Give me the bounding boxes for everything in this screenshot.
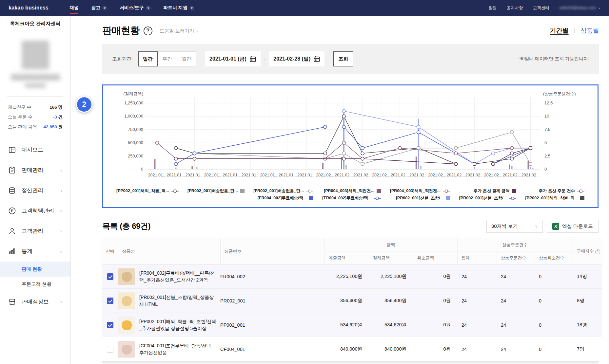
nav-item-help-center[interactable]: 고객센터 <box>533 5 549 11</box>
chevron-down-icon: ∨ <box>60 300 63 304</box>
legend-label: [FR002_001]배송없음_단... <box>253 188 304 194</box>
excel-download-button[interactable]: X 엑셀 다운로드 <box>547 220 599 233</box>
store-profile-image <box>22 41 49 69</box>
nav-item-label: 채널 <box>69 5 79 11</box>
order-total: 24 <box>457 289 497 313</box>
stats-icon <box>8 247 16 256</box>
chevron-down-icon: ∨ <box>535 224 538 228</box>
filter-bar: 조회기간 일간 주간 월간 2021-01-01 (금) - 2021-02-2… <box>102 44 599 74</box>
sidebar-item-대시보드[interactable]: 대시보드 <box>0 140 70 160</box>
sidebar-item-통계[interactable]: 통계∧ <box>0 241 70 262</box>
excel-icon: X <box>552 223 559 230</box>
chevron-down-icon: ∨ <box>60 229 63 233</box>
tab-by-product[interactable]: 상품별 <box>580 27 599 35</box>
nav-item-notifications[interactable]: 알림 <box>489 5 497 11</box>
sidebar-item-label: 정산관리 <box>22 187 43 194</box>
svg-text:(상품주문별건수): (상품주문별건수) <box>543 91 576 96</box>
buyers-help-icon[interactable]: ? <box>595 249 600 254</box>
search-button[interactable]: 조회 <box>333 51 353 66</box>
product-thumbnail <box>118 268 135 285</box>
tab-by-period[interactable]: 기간별 <box>550 27 569 35</box>
sidebar-item-고객관리[interactable]: 고객관리∨ <box>0 221 70 241</box>
period-weekly-button[interactable]: 주간 <box>157 51 177 66</box>
sidebar-subitem-주문고객 현황[interactable]: 주문고객 현황 <box>0 277 70 292</box>
col-order-total: 합계 <box>457 251 497 264</box>
sidebar-item-고객혜택관리[interactable]: P고객혜택관리∨ <box>0 201 70 221</box>
svg-text:5: 5 <box>544 140 547 145</box>
excel-download-label: 엑셀 다운로드 <box>562 223 593 229</box>
buyer-count: 7명 <box>573 337 602 361</box>
date-from-input[interactable]: 2021-01-01 (금) <box>205 51 261 66</box>
sidebar-item-정산관리[interactable]: 정산관리∨ <box>0 180 70 201</box>
legend-square-marker-icon <box>309 196 313 200</box>
legend-label: 추가 옵션 주문 건수 <box>539 188 575 194</box>
svg-text:2021.02...: 2021.02... <box>316 173 334 177</box>
date-to-input[interactable]: 2021-02-28 (일) <box>269 51 324 66</box>
sidebar-item-판매관리[interactable]: 판매관리∨ <box>0 160 70 180</box>
svg-text:2021.02...: 2021.02... <box>335 173 353 177</box>
svg-text:2021.02...: 2021.02... <box>409 173 428 177</box>
admin-center-title: 톡체크아웃 관리자센터 <box>0 16 70 32</box>
sidebar-item-label: 판매관리 <box>22 167 43 174</box>
store-stats: 채널친구 수166 명오늘 주문 수-3 건오늘 판매 금액-42,850 원 <box>0 97 70 135</box>
svg-text:10: 10 <box>544 114 549 118</box>
legend-item: [FR004_002]무료배송/택... <box>258 195 313 201</box>
legend-column: [PR004_003]해외_직접전...[FR004_002]무료배송/택... <box>322 188 381 201</box>
nav-item-notice[interactable]: 공지사항 <box>507 5 523 11</box>
row-checkbox[interactable] <box>107 273 113 280</box>
svg-text:1,000,000: 1,000,000 <box>124 114 143 118</box>
sidebar-subitem-판매 현황[interactable]: 판매 현황 <box>0 262 70 277</box>
filter-label: 조회기간 <box>112 56 132 62</box>
nav-item-channel[interactable]: 채널 <box>69 5 79 11</box>
page-size-select[interactable]: 30개씩 보기 ∨ <box>486 220 543 233</box>
legend-item: 추가 옵션 주문 건수 <box>539 188 584 194</box>
period-monthly-button[interactable]: 월간 <box>177 51 196 66</box>
sales-chart-panel: (결제금액)(상품주문별건수)0250,000500,000750,0001,0… <box>102 84 599 208</box>
legend-item: [PR002_001]선불_조합/... <box>396 195 450 201</box>
col-group-orders: 상품주문건수 <box>457 238 573 251</box>
legend-item: [FR004_002]무료배송/택... <box>322 195 381 201</box>
sidebar-item-판매점정보[interactable]: 판매점정보∨ <box>0 292 70 312</box>
stat-value: -42,850 <box>42 124 57 129</box>
svg-text:2021.02...: 2021.02... <box>465 173 484 177</box>
legend-column: 추가 옵션 주문 건수[PP002_001]해외_착불_퀵... <box>525 188 584 201</box>
account-email: seller93@kakao.com <box>559 6 596 10</box>
row-checkbox[interactable] <box>107 298 113 304</box>
product-thumbnail <box>118 341 135 358</box>
row-checkbox[interactable] <box>107 322 113 328</box>
page-title: 판매현황 <box>102 24 140 37</box>
svg-text:2021.01...: 2021.01... <box>223 173 241 177</box>
store-profile-sub <box>25 83 46 88</box>
help-link[interactable]: 도움말 보러가기 <box>160 28 194 34</box>
settlement-icon <box>8 186 16 195</box>
nav-item-ads[interactable]: 광고 ∨ <box>91 5 107 11</box>
cancel-amount: 0원 <box>413 289 457 313</box>
svg-text:2021.02...: 2021.02... <box>521 173 540 177</box>
chart-legend: [PP002_001]해외_착불_퀵...[FR002_001]배송없음_단..… <box>108 187 593 205</box>
svg-text:2021.02...: 2021.02... <box>428 173 446 177</box>
paid-amount: 840,000원 <box>369 337 413 361</box>
period-daily-button[interactable]: 일간 <box>138 51 158 66</box>
nav-item-partner[interactable]: 파트너 지원 ∨ <box>163 5 194 11</box>
row-checkbox[interactable] <box>107 346 113 353</box>
legend-column: 추가 옵션 결제 금액[PR002_001]선불_조합/... <box>459 188 516 201</box>
legend-item: [PP002_001]해외_착불_퀵... <box>116 188 179 194</box>
nav-item-services[interactable]: 서비스/도구 ∨ <box>120 5 151 11</box>
account-menu[interactable]: seller93@kakao.com ∨ <box>559 6 600 10</box>
svg-text:2021.02...: 2021.02... <box>484 173 502 177</box>
top-navigation: kakao business 채널 광고 ∨ 서비스/도구 ∨ 파트너 지원 ∨… <box>0 0 609 16</box>
help-question-icon[interactable]: ? <box>144 27 152 35</box>
svg-text:2021.01...: 2021.01... <box>297 173 316 177</box>
product-code: CF004_001 <box>220 337 324 361</box>
col-buyers-label: 구매자수 <box>577 248 594 253</box>
col-product-name: 상품명 <box>118 238 220 264</box>
sidebar-item-label: 고객관리 <box>22 228 43 235</box>
product-code: PP002_001 <box>220 313 324 337</box>
order-cancel-count: 0 <box>535 313 573 337</box>
sales-amount: 534,620원 <box>324 313 369 337</box>
legend-label: [PP002_001]해외_착불_퀵... <box>116 188 169 194</box>
annotation-badge-2: 2 <box>76 96 92 113</box>
legend-item: [FR002_001]배송없음_단... <box>253 188 313 194</box>
kakao-business-logo[interactable]: kakao business <box>9 5 49 11</box>
svg-text:2021.02...: 2021.02... <box>503 173 521 177</box>
